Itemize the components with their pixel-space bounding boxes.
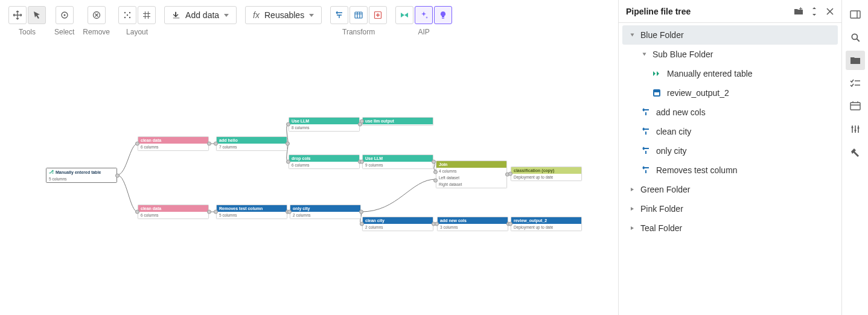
tree-folder-sub-blue[interactable]: Sub Blue Folder — [622, 45, 838, 64]
transform-button-2[interactable] — [349, 6, 368, 24]
close-panel-button[interactable] — [825, 6, 835, 17]
folder-icon — [850, 56, 861, 65]
node-manual-table[interactable]: ⎇Manually entered table 5 columns — [46, 168, 117, 183]
rail-checks[interactable] — [846, 74, 865, 93]
pan-button[interactable] — [8, 6, 27, 24]
aip-button-1[interactable] — [395, 6, 413, 24]
aip-button-3[interactable] — [434, 6, 452, 24]
rail-folder[interactable] — [846, 51, 865, 70]
new-folder-button[interactable] — [793, 6, 804, 17]
node-title: review_output_2 — [514, 218, 547, 223]
node-clean-data-b[interactable]: clean data 6 columns — [138, 205, 209, 219]
move-icon — [13, 10, 22, 20]
node-add-hello[interactable]: add hello 7 columns — [216, 136, 287, 151]
rail-toggle-panel[interactable] — [846, 5, 865, 24]
group-tools: Tools — [8, 6, 46, 36]
tree-folder-pink[interactable]: Pink Folder — [622, 199, 838, 218]
tree-label: Sub Blue Folder — [653, 49, 713, 59]
target-icon — [60, 10, 69, 20]
reusables-button[interactable]: fx Reusables — [245, 6, 322, 24]
node-clean-city[interactable]: clean city 2 columns — [362, 217, 433, 231]
tree-folder-blue[interactable]: Blue Folder — [622, 25, 838, 45]
group-label-aip: AIP — [418, 28, 429, 36]
aip-button-2[interactable] — [415, 6, 433, 24]
tree-folder-teal[interactable]: Teal Folder — [622, 218, 838, 238]
node-review-output[interactable]: review_output_2 Deployment up to date — [511, 217, 582, 231]
remove-button[interactable] — [88, 6, 106, 24]
node-only-city[interactable]: only city 2 columns — [290, 205, 361, 219]
bulb-icon — [438, 10, 448, 20]
add-data-label: Add data — [185, 10, 219, 20]
layout-grid-button[interactable] — [138, 6, 156, 24]
tree-label: Removes test column — [656, 165, 738, 175]
node-title: clean data — [141, 206, 161, 211]
fx-icon: fx — [253, 10, 260, 20]
layout-auto-button[interactable] — [118, 6, 136, 24]
node-classification[interactable]: classification (copy) Deployment up to d… — [511, 167, 582, 181]
node-join[interactable]: Join 4 columns Left dataset Right datase… — [436, 161, 507, 188]
transform-button-3[interactable] — [369, 6, 387, 24]
grid-icon — [142, 10, 152, 20]
node-add-new-cols[interactable]: add new cols 3 columns — [437, 217, 508, 231]
tree-label: Pink Folder — [640, 204, 683, 214]
transform-icon — [640, 165, 651, 176]
node-sub: 6 columns — [289, 162, 359, 168]
tree-item-manual[interactable]: Manually entered table — [622, 64, 838, 83]
rail-build[interactable] — [846, 142, 865, 162]
chevron-right-icon — [628, 224, 636, 232]
tree-item-review[interactable]: review_output_2 — [622, 83, 838, 103]
rail-search[interactable] — [846, 28, 865, 47]
node-sub: Deployment up to date — [511, 224, 581, 231]
group-transform: Transform — [330, 6, 387, 36]
checks-icon — [850, 78, 861, 88]
node-use-llm-a[interactable]: Use LLM 8 columns — [289, 117, 360, 132]
node-llm-output[interactable]: use llm output — [362, 117, 433, 126]
expand-collapse-button[interactable] — [809, 6, 820, 17]
group-label-remove: Remove — [83, 28, 110, 36]
group-aip: AIP — [395, 6, 452, 36]
node-use-llm-b[interactable]: Use LLM 9 columns — [362, 154, 433, 169]
pipeline-canvas[interactable]: ⎇Manually entered table 5 columns clean … — [0, 41, 612, 315]
node-sub: Deployment up to date — [511, 174, 581, 180]
tree-item-removes[interactable]: Removes test column — [622, 161, 838, 180]
group-reusables: fx Reusables — [245, 6, 322, 24]
svg-rect-15 — [654, 91, 659, 92]
tree-item-cleancity[interactable]: clean city — [622, 122, 838, 141]
node-title: Use LLM — [292, 119, 309, 123]
node-removes-column[interactable]: Removes test column 5 columns — [216, 205, 287, 219]
node-drop-cols[interactable]: drop cols 6 columns — [289, 154, 360, 169]
chevron-down-icon — [309, 14, 314, 17]
close-icon — [826, 8, 834, 15]
pointer-button[interactable] — [28, 6, 46, 24]
node-title: add new cols — [440, 218, 467, 223]
pointer-icon — [32, 10, 42, 20]
add-data-button[interactable]: Add data — [164, 6, 237, 24]
node-sub: 5 columns — [46, 176, 116, 182]
tree-item-onlycity[interactable]: only city — [622, 141, 838, 161]
rail-sliders[interactable] — [846, 119, 865, 139]
node-title: Use LLM — [365, 156, 383, 161]
select-button[interactable] — [56, 6, 74, 24]
svg-point-6 — [129, 17, 130, 18]
svg-point-7 — [127, 14, 128, 16]
tree-label: Teal Folder — [640, 223, 682, 233]
transform-icon — [334, 10, 344, 20]
group-layout: Layout — [118, 6, 156, 36]
tree-label: Green Folder — [640, 185, 690, 194]
svg-point-1 — [63, 14, 65, 16]
node-title: Join — [439, 162, 447, 167]
svg-rect-18 — [850, 103, 860, 110]
svg-rect-8 — [355, 12, 362, 18]
group-label-select: Select — [54, 28, 74, 36]
rail-calendar[interactable] — [846, 97, 865, 116]
svg-point-21 — [857, 127, 859, 129]
transform-button-1[interactable] — [330, 6, 348, 24]
tree-item-addcols[interactable]: add new cols — [622, 103, 838, 122]
node-title: clean city — [365, 218, 385, 223]
node-sub: 2 columns — [363, 224, 433, 231]
tree-folder-green[interactable]: Green Folder — [622, 180, 838, 199]
chevron-right-icon — [628, 205, 636, 212]
node-clean-data-a[interactable]: clean data 6 columns — [138, 136, 209, 151]
group-label-layout: Layout — [126, 28, 148, 36]
svg-point-20 — [854, 129, 856, 131]
